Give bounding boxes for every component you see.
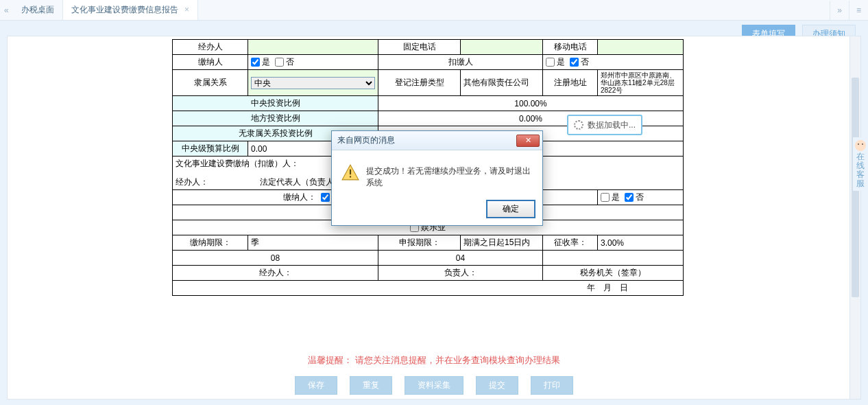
table-row: 08 04: [173, 251, 684, 266]
tab-desktop[interactable]: 办税桌面: [13, 0, 63, 20]
svg-rect-1: [350, 170, 351, 175]
value-zhongyangtz: 100.00%: [378, 96, 684, 111]
dialog-close-button[interactable]: ✕: [516, 135, 540, 147]
cell-empty: [543, 251, 684, 266]
dialog-title: 来自网页的消息: [337, 135, 395, 146]
tab-report[interactable]: 文化事业建设费缴费信息报告 ×: [63, 0, 198, 20]
dialog-titlebar[interactable]: 来自网页的消息 ✕: [332, 131, 542, 150]
tabs-menu-icon[interactable]: ≡: [849, 1, 868, 20]
label-jiaonaren: 缴纳人: [173, 55, 248, 70]
table-row: 经办人： 负责人： 税务机关（签章）: [173, 266, 684, 281]
spinner-icon: [574, 120, 583, 130]
tabs-next-icon[interactable]: »: [830, 1, 849, 20]
value-shenbaoqixian: 期满之日起15日内: [461, 235, 543, 251]
table-row: 缴纳人 是 否 扣缴人 是 否: [173, 55, 684, 70]
footer: 温馨提醒： 请您关注消息提醒，并在业务查询模块查询办理结果 保存 重复 资料采集…: [8, 354, 860, 395]
checkbox-right-yes[interactable]: [601, 193, 610, 202]
label-zhongyangtz: 中央投资比例: [173, 96, 378, 111]
svg-rect-2: [350, 176, 351, 177]
label-yidongdianhua: 移动电话: [543, 40, 598, 55]
checkbox-kjr-yes[interactable]: [546, 58, 555, 67]
dialog-ok-button[interactable]: 确定: [486, 200, 535, 218]
print-button[interactable]: 打印: [531, 376, 573, 395]
label-difangtz: 地方投资比例: [173, 111, 378, 126]
label-jbr2: 经办人：: [173, 266, 378, 281]
tab-bar: « 办税桌面 文化事业建设费缴费信息报告 × » ≡: [0, 0, 868, 21]
label-koujiaoren: 扣缴人: [378, 55, 543, 70]
table-row: 缴纳期限： 季 申报期限： 期满之日起15日内 征收率： 3.00%: [173, 235, 684, 251]
message-dialog: 来自网页的消息 ✕ 提交成功！若无需继续办理业务，请及时退出系统 确定: [331, 130, 543, 226]
material-button[interactable]: 资料采集: [405, 376, 463, 395]
vertical-scrollbar[interactable]: [849, 36, 860, 399]
input-gudingdianhua[interactable]: [461, 40, 543, 55]
checkbox-kjr-no[interactable]: [570, 58, 579, 67]
label-zhongyangys: 中央级预算比例: [173, 141, 248, 157]
tabs-prev-icon[interactable]: «: [4, 5, 9, 15]
label-lishuguanxi: 隶属关系: [173, 70, 248, 96]
checkbox-jnr-no[interactable]: [275, 58, 284, 67]
side-label: 在线客服: [856, 152, 865, 188]
value-jiaonaqixian: 季: [248, 235, 378, 251]
tab-label: 文化事业建设费缴费信息报告: [71, 5, 178, 14]
label-date: 年 月 日: [173, 281, 684, 296]
value-zhucedizhi: 郑州市中原区中原路南、华山路东11幢2单元28层2822号: [598, 70, 684, 96]
tab-label: 办税桌面: [21, 5, 54, 14]
loading-indicator: 数据加载中...: [567, 115, 642, 135]
save-button[interactable]: 保存: [295, 376, 337, 395]
close-icon[interactable]: ×: [184, 5, 189, 14]
warning-icon: [341, 164, 359, 181]
label-zhucedizhi: 注册地址: [543, 70, 598, 96]
checkbox-jnr2-yes[interactable]: [321, 193, 330, 202]
block-jbr: 经办人：: [176, 176, 258, 188]
label-zhengshoulv: 征收率：: [543, 235, 598, 251]
label-gudingdianhua: 固定电话: [378, 40, 461, 55]
table-row: 年 月 日: [173, 281, 684, 296]
footer-tip: 温馨提醒： 请您关注消息提醒，并在业务查询模块查询办理结果: [8, 354, 860, 367]
checkbox-right-no[interactable]: [625, 193, 634, 202]
cell-koujiaoren-opts: 是 否: [543, 55, 684, 70]
label-jingbanren: 经办人: [173, 40, 248, 55]
cell-jiaonaren-opts: 是 否: [248, 55, 378, 70]
table-row: 隶属关系 中央 登记注册类型 其他有限责任公司 注册地址 郑州市中原区中原路南、…: [173, 70, 684, 96]
checkbox-jnr-yes[interactable]: [251, 58, 260, 67]
value-zhengshoulv: 3.00%: [598, 235, 684, 251]
avatar-icon: [855, 140, 866, 151]
value-08: 08: [173, 251, 378, 266]
table-row: 中央投资比例 100.00%: [173, 96, 684, 111]
label-jiaonaqixian: 缴纳期限：: [173, 235, 248, 251]
label-dengjileixing: 登记注册类型: [378, 70, 461, 96]
online-service-button[interactable]: 在线客服: [853, 137, 868, 191]
repeat-button[interactable]: 重复: [350, 376, 392, 395]
select-lishuguanxi[interactable]: 中央: [251, 77, 375, 89]
input-jingbanren[interactable]: [248, 40, 378, 55]
cell-jnr2-right: 是 否: [598, 190, 684, 205]
value-dengjileixing: 其他有限责任公司: [461, 70, 543, 96]
value-04: 04: [378, 251, 543, 266]
cell-lishuguanxi: 中央: [248, 70, 378, 96]
input-yidongdianhua[interactable]: [598, 40, 684, 55]
label-shuiwujiguan: 税务机关（签章）: [543, 266, 684, 281]
table-row: 经办人 固定电话 移动电话: [173, 40, 684, 55]
loading-text: 数据加载中...: [588, 119, 636, 131]
label-shenbaoqixian: 申报期限：: [378, 235, 461, 251]
submit-button[interactable]: 提交: [476, 376, 518, 395]
label-fuzeren: 负责人：: [378, 266, 543, 281]
dialog-message: 提交成功！若无需继续办理业务，请及时退出系统: [366, 164, 533, 189]
